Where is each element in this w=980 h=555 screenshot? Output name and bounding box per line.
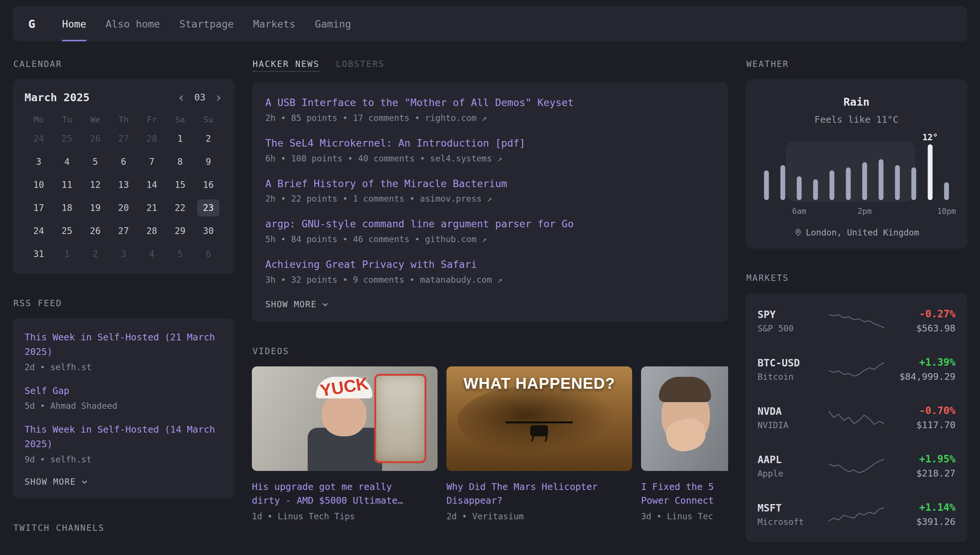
calendar-day[interactable]: 26 bbox=[84, 223, 106, 239]
feed-title-link[interactable]: This Week in Self-Hosted (21 March 2025) bbox=[24, 330, 223, 359]
calendar-day[interactable]: 4 bbox=[141, 245, 163, 263]
calendar-day[interactable]: 4 bbox=[56, 153, 78, 170]
right-column: WEATHER Rain Feels like 11°C bbox=[746, 59, 967, 542]
calendar-day[interactable]: 22 bbox=[169, 199, 191, 217]
market-row[interactable]: MSFT Microsoft +1.14% $391.26 bbox=[757, 490, 956, 538]
calendar-day[interactable]: 8 bbox=[169, 153, 191, 170]
calendar-day[interactable]: 28 bbox=[141, 223, 163, 239]
story-title-link[interactable]: A USB Interface to the "Mother of All De… bbox=[265, 96, 715, 110]
video-thumbnail[interactable]: DO T T bbox=[641, 366, 728, 471]
nav-tab[interactable]: Also home bbox=[106, 6, 160, 41]
calendar-day[interactable]: 16 bbox=[197, 176, 220, 193]
market-row[interactable]: BTC-USD Bitcoin +1.39% $84,999.29 bbox=[757, 345, 956, 393]
story-meta[interactable]: 5h • 84 points • 46 comments • github.co… bbox=[265, 234, 715, 244]
weather-bar bbox=[863, 162, 867, 200]
calendar-day[interactable]: 11 bbox=[56, 176, 78, 193]
tab-lobsters[interactable]: LOBSTERS bbox=[336, 59, 385, 69]
feed-title-link[interactable]: This Week in Self-Hosted (14 March 2025) bbox=[24, 423, 223, 452]
video-thumbnail[interactable]: YUCK bbox=[252, 366, 438, 471]
video-title-link[interactable]: His upgrade got me really dirty - AMD $5… bbox=[252, 480, 438, 508]
calendar-day[interactable]: 6 bbox=[112, 153, 135, 170]
weather-location[interactable]: London, United Kingdom bbox=[758, 228, 955, 237]
sparkline-chart bbox=[829, 506, 884, 523]
calendar-day[interactable]: 20 bbox=[112, 199, 135, 217]
weather-bar bbox=[846, 167, 851, 200]
story-title-link[interactable]: Achieving Great Privacy with Safari bbox=[265, 257, 715, 271]
calendar-day[interactable]: 21 bbox=[141, 199, 163, 217]
calendar-header: March 2025 ‹ 03 › bbox=[24, 91, 223, 104]
nav-tab[interactable]: Gaming bbox=[315, 6, 351, 41]
story-meta[interactable]: 2h • 22 points • 1 comments • asimov.pre… bbox=[265, 194, 715, 204]
calendar-day[interactable]: 3 bbox=[112, 245, 135, 263]
calendar-day[interactable]: 3 bbox=[27, 153, 50, 170]
dashboard-page: G Home Also home Startpage Markets bbox=[0, 0, 980, 543]
calendar-day[interactable]: 25 bbox=[56, 223, 78, 239]
calendar-day[interactable]: 31 bbox=[27, 245, 50, 263]
calendar-day[interactable]: 29 bbox=[169, 223, 191, 239]
calendar-day[interactable]: 26 bbox=[84, 130, 106, 147]
calendar-day[interactable]: 10 bbox=[27, 176, 50, 193]
calendar-day[interactable]: 27 bbox=[112, 223, 135, 239]
weather-hour-cell bbox=[889, 141, 906, 216]
weather-bar bbox=[928, 144, 933, 200]
calendar-grid: 24 25 26 27 28 1 2 bbox=[24, 130, 223, 263]
calendar-day[interactable]: 14 bbox=[141, 176, 163, 193]
rss-show-more-button[interactable]: SHOW MORE bbox=[24, 477, 223, 486]
calendar-day[interactable]: 7 bbox=[141, 153, 163, 170]
story-meta[interactable]: 2h • 85 points • 17 comments • righto.co… bbox=[265, 113, 715, 123]
thumbnail-art bbox=[458, 385, 621, 456]
video-title-link[interactable]: I Fixed the 5 Power Connect bbox=[641, 480, 728, 508]
story-list: A USB Interface to the "Mother of All De… bbox=[265, 96, 715, 285]
video-thumbnail[interactable]: WHAT HAPPENED? bbox=[446, 366, 632, 471]
rss-section-label: RSS FEED bbox=[13, 298, 62, 308]
calendar-day[interactable]: 13 bbox=[112, 176, 135, 193]
calendar-day[interactable]: 12 bbox=[84, 176, 106, 193]
calendar-day[interactable]: 1 bbox=[169, 130, 191, 147]
weekday-header: Tu bbox=[53, 115, 81, 124]
nav-tab[interactable]: Home bbox=[62, 6, 86, 41]
dashboard-columns: CALENDAR March 2025 ‹ 03 › Mo bbox=[13, 59, 967, 543]
market-row[interactable]: NVDA NVIDIA -0.70% $117.70 bbox=[757, 393, 956, 441]
prev-month-icon[interactable]: ‹ bbox=[178, 91, 186, 103]
market-symbol-block: AAPL Apple bbox=[757, 454, 819, 478]
nav-tab[interactable]: Markets bbox=[253, 6, 295, 41]
calendar-day[interactable]: 27 bbox=[112, 130, 135, 147]
tab-hacker-news[interactable]: HACKER NEWS bbox=[253, 59, 319, 72]
feed-title-link[interactable]: Self Gap bbox=[24, 384, 223, 398]
market-values-block: +1.95% $218.27 bbox=[894, 453, 956, 479]
story-title-link[interactable]: A Brief History of the Miracle Bacterium bbox=[265, 177, 715, 191]
calendar-day[interactable]: 19 bbox=[84, 199, 106, 217]
next-month-icon[interactable]: › bbox=[214, 91, 223, 103]
calendar-day[interactable]: 18 bbox=[56, 199, 78, 217]
calendar-day[interactable]: 23 bbox=[197, 199, 220, 217]
calendar-day[interactable]: 1 bbox=[56, 245, 78, 263]
calendar-day[interactable]: 5 bbox=[169, 245, 191, 263]
calendar-day[interactable]: 2 bbox=[84, 245, 106, 263]
market-symbol-block: NVDA NVIDIA bbox=[757, 406, 819, 430]
market-row[interactable]: SPY S&P 500 -0.27% $563.98 bbox=[757, 297, 956, 345]
nav-tab[interactable]: Startpage bbox=[179, 6, 234, 41]
video-title-link[interactable]: Why Did The Mars Helicopter Disappear? bbox=[446, 480, 632, 508]
calendar-day[interactable]: 24 bbox=[27, 223, 50, 239]
calendar-day[interactable]: 15 bbox=[169, 176, 191, 193]
calendar-day[interactable]: 5 bbox=[84, 153, 106, 170]
calendar-day[interactable]: 2 bbox=[197, 130, 220, 147]
story-title-link[interactable]: argp: GNU-style command line argument pa… bbox=[265, 217, 715, 231]
calendar-section-label: CALENDAR bbox=[13, 59, 62, 69]
story-meta[interactable]: 3h • 32 points • 9 comments • matanabudy… bbox=[265, 275, 715, 285]
calendar-day[interactable]: 9 bbox=[197, 153, 220, 170]
calendar-day[interactable]: 17 bbox=[27, 199, 50, 217]
news-show-more-button[interactable]: SHOW MORE bbox=[265, 300, 715, 309]
story-meta[interactable]: 6h • 108 points • 40 comments • sel4.sys… bbox=[265, 154, 715, 163]
market-row[interactable]: AAPL Apple +1.95% $218.27 bbox=[757, 441, 956, 490]
calendar-day[interactable]: 24 bbox=[27, 130, 50, 147]
calendar-day[interactable]: 30 bbox=[197, 223, 220, 239]
video-title-line: His upgrade got me really bbox=[252, 480, 438, 494]
calendar-day[interactable]: 25 bbox=[56, 130, 78, 147]
calendar-day[interactable]: 28 bbox=[141, 130, 163, 147]
calendar-day[interactable]: 6 bbox=[197, 245, 220, 263]
story-title-link[interactable]: The SeL4 Microkernel: An Introduction [p… bbox=[265, 136, 715, 150]
app-logo[interactable]: G bbox=[28, 6, 35, 41]
nav-tab-label: Also home bbox=[106, 18, 160, 30]
left-column: CALENDAR March 2025 ‹ 03 › Mo bbox=[13, 59, 234, 543]
